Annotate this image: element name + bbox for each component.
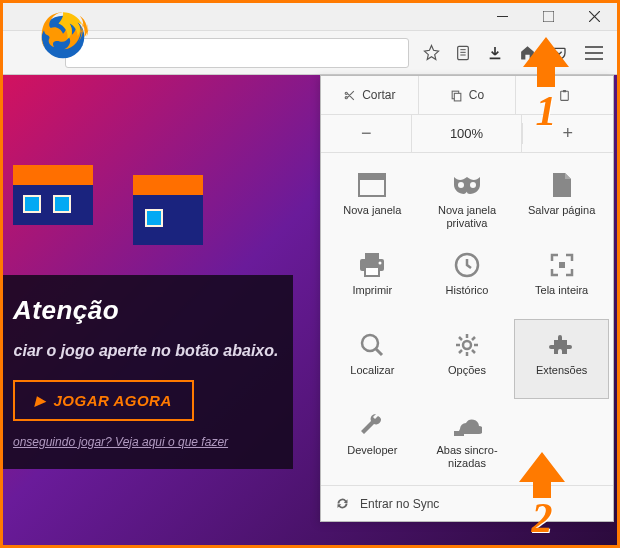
sync-icon xyxy=(335,496,350,511)
svg-point-22 xyxy=(463,341,471,349)
sync-signin-item[interactable]: Entrar no Sync xyxy=(321,486,613,521)
menu-items-grid: Nova janela Nova janela privativa Salvar… xyxy=(321,153,613,485)
reading-list-icon[interactable] xyxy=(447,37,479,69)
pocket-icon[interactable] xyxy=(543,37,575,69)
maximize-button[interactable] xyxy=(525,3,571,31)
history-item[interactable]: Histórico xyxy=(420,239,515,319)
zoom-out-button[interactable]: − xyxy=(321,123,411,144)
copy-button[interactable]: Co xyxy=(418,76,516,114)
window-titlebar xyxy=(3,3,617,31)
save-page-item[interactable]: Salvar página xyxy=(514,159,609,239)
options-item[interactable]: Opções xyxy=(420,319,515,399)
main-menu-panel: Cortar Co − 100% + Nova janela Nova jane… xyxy=(320,75,614,522)
puzzle-icon xyxy=(545,330,579,360)
edit-controls-row: Cortar Co xyxy=(321,76,613,115)
clock-icon xyxy=(450,250,484,280)
close-button[interactable] xyxy=(571,3,617,31)
paste-button[interactable] xyxy=(515,76,613,114)
developer-item[interactable]: Developer xyxy=(325,399,420,479)
mask-icon xyxy=(450,170,484,200)
help-link[interactable]: onseguindo jogar? Veja aqui o que fazer xyxy=(13,435,279,449)
attention-dialog: Atenção ciar o jogo aperte no botão abai… xyxy=(3,275,293,469)
svg-rect-8 xyxy=(454,93,461,101)
printer-icon xyxy=(355,250,389,280)
play-now-button[interactable]: JOGAR AGORA xyxy=(13,380,194,421)
zoom-level[interactable]: 100% xyxy=(411,115,521,152)
print-item[interactable]: Imprimir xyxy=(325,239,420,319)
new-window-icon xyxy=(355,170,389,200)
paste-icon xyxy=(558,89,571,102)
zoom-controls-row: − 100% + xyxy=(321,115,613,153)
svg-rect-15 xyxy=(365,253,379,259)
minimize-button[interactable] xyxy=(479,3,525,31)
gear-icon xyxy=(450,330,484,360)
svg-rect-12 xyxy=(359,174,385,180)
svg-rect-2 xyxy=(543,11,554,22)
dialog-text: ciar o jogo aperte no botão abaixo. xyxy=(13,340,279,362)
navigation-toolbar xyxy=(3,31,617,75)
svg-point-13 xyxy=(458,182,464,188)
fullscreen-item[interactable]: Tela inteira xyxy=(514,239,609,319)
svg-rect-9 xyxy=(561,91,569,100)
page-icon xyxy=(545,170,579,200)
svg-point-18 xyxy=(379,262,382,265)
firefox-logo-icon xyxy=(35,9,91,65)
zoom-in-button[interactable]: + xyxy=(522,123,613,144)
dialog-heading: Atenção xyxy=(13,295,279,326)
private-window-item[interactable]: Nova janela privativa xyxy=(420,159,515,239)
synced-tabs-item[interactable]: Abas sincro-nizadas xyxy=(420,399,515,479)
svg-point-21 xyxy=(362,335,378,351)
addons-item[interactable]: Extensões xyxy=(514,319,609,399)
wrench-icon xyxy=(355,410,389,440)
scissors-icon xyxy=(343,89,356,102)
svg-point-14 xyxy=(470,182,476,188)
cut-button[interactable]: Cortar xyxy=(321,76,418,114)
svg-rect-1 xyxy=(497,16,508,17)
bookmark-star-icon[interactable] xyxy=(415,37,447,69)
address-bar[interactable] xyxy=(65,38,409,68)
menu-footer: Entrar no Sync xyxy=(321,485,613,521)
svg-rect-3 xyxy=(458,46,469,59)
fullscreen-icon xyxy=(545,250,579,280)
magnify-icon xyxy=(355,330,389,360)
home-icon[interactable] xyxy=(511,37,543,69)
svg-rect-23 xyxy=(454,431,464,436)
cloud-tabs-icon xyxy=(450,410,484,440)
svg-rect-20 xyxy=(559,262,565,268)
new-window-item[interactable]: Nova janela xyxy=(325,159,420,239)
svg-rect-10 xyxy=(563,90,566,92)
downloads-icon[interactable] xyxy=(479,37,511,69)
find-item[interactable]: Localizar xyxy=(325,319,420,399)
firefox-window: Atenção ciar o jogo aperte no botão abai… xyxy=(0,0,620,548)
hamburger-menu-button[interactable] xyxy=(575,34,613,72)
svg-rect-17 xyxy=(365,267,379,276)
copy-icon xyxy=(450,89,463,102)
